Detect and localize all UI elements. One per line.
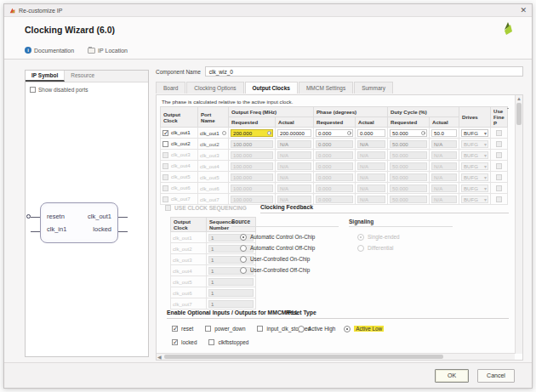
reset-type-options: Active HighActive Low	[298, 323, 384, 334]
optional-io-option[interactable]: locked	[172, 337, 197, 348]
component-name-label: Component Name	[156, 69, 201, 75]
use-fine-ps-checkbox	[496, 163, 502, 169]
freq-actual-value: N/A	[277, 196, 311, 203]
output-clock-label: clk_out6	[171, 185, 191, 190]
feedback-source-option[interactable]: Automatic Control Off-Chip	[240, 242, 315, 253]
port-clk-out1: clk_out1	[88, 213, 111, 220]
seq-output-clock: clk_out7	[173, 301, 192, 307]
optional-io-checkbox[interactable]	[205, 326, 211, 332]
feedback-source-option[interactable]: Automatic Control On-Chip	[240, 231, 315, 242]
seq-output-clock: clk_out5	[173, 279, 192, 285]
source-title: Source	[231, 219, 339, 227]
optional-io-checkbox[interactable]	[257, 326, 263, 332]
tab-board[interactable]: Board	[156, 82, 185, 94]
port-name-value: clk_out1	[200, 130, 220, 136]
horizontal-scrollbar-thumb[interactable]	[164, 355, 443, 359]
feedback-source-option[interactable]: User-Controlled Off-Chip	[240, 264, 315, 276]
optional-io-option[interactable]: power_down	[205, 323, 245, 334]
freq-requested-input: 100.000	[231, 140, 273, 148]
port-name-value: clk_out6	[200, 185, 220, 191]
output-clock-checkbox[interactable]	[163, 141, 168, 147]
feedback-source-option[interactable]: User-Controlled On-Chip	[240, 253, 315, 264]
use-clock-sequencing-checkbox	[165, 205, 171, 211]
seq-output-clock: clk_out4	[173, 268, 192, 274]
optional-io-option[interactable]: clkfbstopped	[208, 337, 248, 348]
scroll-up-icon[interactable]: ▲	[516, 95, 522, 102]
feedback-source-radio[interactable]	[240, 245, 247, 252]
reset-type-radio[interactable]	[344, 326, 351, 332]
duty-actual-value: N/A	[431, 162, 457, 170]
optional-io-checkbox[interactable]	[172, 326, 178, 332]
drives-dropdown: BUFG	[461, 173, 488, 181]
show-disabled-ports-checkbox[interactable]	[30, 87, 36, 93]
close-icon[interactable]: ✕	[520, 7, 527, 14]
reset-type-label: Active High	[308, 326, 335, 332]
ok-button[interactable]: OK	[435, 369, 469, 383]
drives-dropdown[interactable]: BUFG	[461, 129, 488, 137]
reset-type-option[interactable]: Active High	[298, 323, 335, 334]
tab-output-clocks[interactable]: Output Clocks	[245, 82, 298, 94]
phase-requested-input: 0.000	[316, 140, 353, 148]
ip-location-link[interactable]: IP Location	[88, 48, 128, 54]
port-name-value: clk_out2	[200, 141, 220, 147]
tab-clocking-options[interactable]: Clocking Options	[186, 82, 243, 94]
scroll-left-icon[interactable]: ◀	[157, 354, 162, 361]
optional-io-label: clkfbstopped	[218, 339, 248, 345]
vivado-icon	[9, 8, 15, 14]
port-name-value: clk_out5	[200, 174, 220, 180]
table-row: clk_out2clk_out2100.000N/A0.000N/A50.000…	[161, 139, 508, 150]
signaling-options: Single-endedDifferential	[357, 231, 400, 253]
vertical-scrollbar[interactable]: ▲	[515, 95, 522, 354]
source-options: Automatic Control On-ChipAutomatic Contr…	[240, 231, 315, 276]
output-clock-checkbox[interactable]	[163, 130, 168, 136]
reset-type-radio[interactable]	[298, 326, 305, 332]
col-freq-requested: Requested	[229, 117, 276, 128]
feedback-source-label: Automatic Control On-Chip	[250, 234, 315, 240]
output-clock-checkbox	[163, 196, 168, 202]
feedback-source-radio[interactable]	[240, 267, 247, 274]
optional-io-option[interactable]: reset	[172, 323, 193, 334]
use-fine-ps-checkbox	[496, 130, 502, 136]
port-name-value: clk_out3	[200, 152, 220, 158]
use-clock-sequencing-label: USE CLOCK SEQUENCING	[174, 205, 247, 211]
col-drives: Drives	[459, 107, 491, 128]
optional-io-label: locked	[181, 339, 197, 345]
cancel-button[interactable]: Cancel	[477, 369, 515, 383]
signaling-label: Single-ended	[368, 234, 400, 240]
output-clock-checkbox	[163, 152, 168, 158]
reset-type-option[interactable]: Active Low	[344, 323, 384, 334]
tab-resource[interactable]: Resource	[65, 71, 100, 82]
sequence-number-input: 1	[208, 289, 254, 297]
reset-to-default-icon[interactable]	[267, 131, 271, 135]
reset-to-default-icon[interactable]	[222, 131, 226, 135]
tab-ip-symbol[interactable]: IP Symbol	[26, 71, 65, 82]
vertical-scrollbar-thumb[interactable]	[516, 103, 522, 125]
freq-requested-input[interactable]: 200.000	[231, 129, 273, 137]
tab-mmcm-settings[interactable]: MMCM Settings	[299, 82, 353, 94]
use-fine-ps-checkbox	[496, 174, 502, 180]
phase-requested-input: 0.000	[316, 185, 353, 192]
reset-to-default-icon[interactable]	[421, 131, 425, 135]
optional-io-row2: lockedclkfbstopped	[172, 337, 248, 348]
seq-col-output-clock: Output Clock	[171, 218, 207, 232]
component-name-input[interactable]: clk_wiz_0	[205, 66, 523, 77]
freq-actual-value: N/A	[277, 151, 311, 159]
horizontal-scrollbar[interactable]: ◀	[157, 353, 515, 360]
output-clock-checkbox	[163, 163, 168, 169]
page-title: Clocking Wizard (6.0)	[25, 25, 115, 35]
table-row: clk_out6clk_out6100.000N/A0.000N/A50.000…	[161, 183, 508, 194]
output-clock-label: clk_out2	[171, 140, 191, 146]
documentation-link[interactable]: i Documentation	[25, 47, 74, 54]
output-clocks-tab-content: The phase is calculated relative to the …	[156, 94, 523, 361]
col-group-phase: Phase (degrees)	[314, 107, 388, 117]
drives-dropdown: BUFG	[461, 151, 488, 159]
duty-requested-input[interactable]: 50.000	[390, 129, 427, 137]
optional-io-label: power_down	[214, 326, 245, 332]
phase-requested-input[interactable]: 0.000	[316, 129, 353, 137]
feedback-source-radio[interactable]	[240, 234, 247, 241]
tab-summary[interactable]: Summary	[354, 82, 393, 94]
optional-io-checkbox[interactable]	[208, 339, 214, 345]
feedback-source-radio[interactable]	[240, 256, 247, 263]
optional-io-checkbox[interactable]	[172, 339, 178, 345]
reset-to-default-icon[interactable]	[347, 131, 351, 135]
